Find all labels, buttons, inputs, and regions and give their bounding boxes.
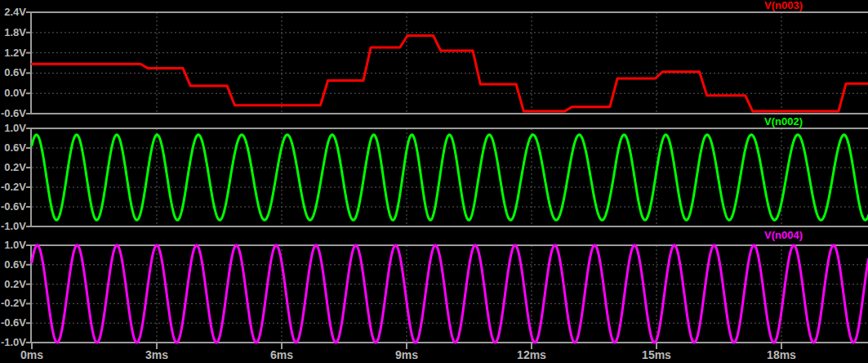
waveform-viewer: V(n003) V(n002) V(n004) 2.4V1.8V1.2V0.6V… (0, 0, 868, 363)
y-tick-label: 0.0V (0, 87, 26, 99)
trace[interactable] (32, 135, 868, 220)
trace-label-vn002[interactable]: V(n002) (764, 116, 803, 128)
grid-lines (32, 12, 868, 343)
y-tick-label: 0.6V (0, 258, 26, 271)
y-tick-label: 1.0V (0, 122, 26, 134)
x-tick-label: 18ms (767, 348, 796, 361)
y-tick-label: -1.0V (0, 336, 26, 348)
trace-label-vn003[interactable]: V(n003) (764, 0, 803, 11)
trace[interactable] (32, 245, 868, 343)
y-tick-label: 0.2V (0, 161, 26, 173)
x-tick-label: 3ms (145, 348, 168, 361)
y-tick-label: 0.6V (0, 66, 26, 78)
y-tick-label: 0.6V (0, 141, 26, 154)
y-tick-label: -0.6V (0, 316, 26, 329)
y-tick-label: 1.2V (0, 47, 26, 59)
x-tick-label: 6ms (270, 348, 293, 361)
y-tick-label: -0.2V (0, 297, 26, 309)
x-tick-label: 0ms (20, 348, 43, 361)
plot-canvas[interactable] (0, 0, 868, 363)
x-tick-label: 12ms (517, 348, 546, 361)
y-tick-label: 1.8V (0, 26, 26, 38)
y-tick-label: -0.6V (0, 200, 26, 213)
y-tick-label: 1.0V (0, 239, 26, 251)
y-tick-label: 2.4V (0, 6, 26, 18)
signal-traces[interactable] (32, 36, 868, 343)
x-tick-label: 9ms (395, 348, 418, 361)
y-tick-label: -0.2V (0, 181, 26, 193)
y-tick-label: -1.0V (0, 220, 26, 232)
y-tick-label: -0.6V (0, 107, 26, 119)
x-tick-label: 15ms (642, 348, 671, 361)
y-tick-label: 0.2V (0, 278, 26, 290)
trace-label-vn004[interactable]: V(n004) (764, 230, 803, 241)
